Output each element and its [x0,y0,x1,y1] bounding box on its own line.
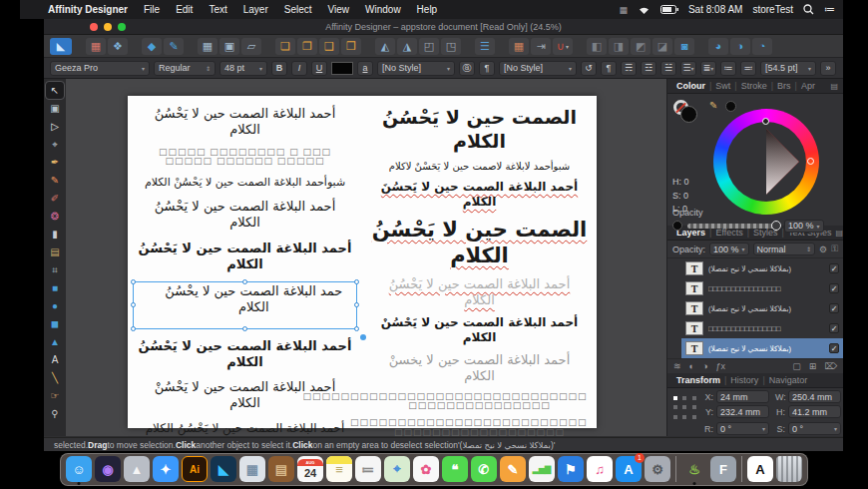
title-bar[interactable]: Affinity Designer – appstore document [R… [44,19,843,35]
dock-item-numbers[interactable]: ▂▅▇ [529,456,555,482]
fill-stroke-selector[interactable] [673,100,703,126]
menu-item-edit[interactable]: Edit [168,4,201,15]
rounded-rectangle-tool[interactable]: ◼ [46,315,64,332]
dock-item-trash[interactable] [776,456,802,482]
edit-shape-icon[interactable]: ✎ [164,38,184,55]
hue-selector-dot[interactable] [807,158,814,165]
menu-item-window[interactable]: Window [357,4,409,15]
text-sample[interactable]: أحمد البلاغة الصمت حين لا يَحْسُنْ الكلا… [371,315,587,345]
dock-item-notebook[interactable]: ▤ [268,456,294,482]
point-transform-tool[interactable]: ⌖ [46,136,64,153]
colour-picker-tool[interactable]: ╲ [46,369,64,386]
snap-grid-icon[interactable]: ▦ [509,38,529,55]
anchor-dot[interactable] [682,405,686,409]
text-sample[interactable]: الصمت حين لا يَحْسُنُ الكلام [371,217,587,269]
anchor-dot[interactable] [673,396,677,400]
arrange-front-icon[interactable]: ❒ [341,38,361,55]
rectangle-tool[interactable]: ■ [46,279,64,296]
align-left-icon[interactable]: ☴ [621,61,637,76]
triangle-tool[interactable]: ▲ [46,333,64,350]
justify-icon[interactable]: ☰▾ [680,61,696,76]
panel-menu-icon[interactable]: ▤ [830,82,838,91]
anchor-dot[interactable] [692,415,696,419]
character-style-icon[interactable]: a [357,61,373,76]
artboard-tool[interactable]: ▣ [46,100,64,117]
magnet-snapping-icon[interactable]: ∪▾ [553,38,573,55]
boolean-combine-icon[interactable]: ◙ [674,38,694,55]
dock-item-reminders[interactable]: ≔ [355,456,381,482]
text-sample[interactable]: أحمد البلاغة الصمت حين لا يَحسُنَ الكلام [371,180,587,210]
layer-row[interactable]: T(بملاكلا نسحي لا نيح تمصلا)✓ [681,338,843,358]
dock-item-facetime[interactable]: ✆ [471,456,497,482]
menu-item-layer[interactable]: Layer [235,4,276,15]
selection-handle[interactable] [131,326,136,331]
anchor-dot[interactable] [673,405,677,409]
selection-handle[interactable] [354,279,359,284]
reset-character-icon[interactable]: ⓐ [459,61,475,76]
bold-button[interactable]: B [271,61,287,76]
menu-item-affinity-designer[interactable]: Affinity Designer [40,4,136,15]
tab-apr[interactable]: Apr [797,81,819,91]
layer-visibility-checkbox[interactable]: ✓ [829,283,839,293]
boolean-add-icon[interactable]: ◧ [587,38,607,55]
anchor-dot[interactable] [692,396,696,400]
group-icon[interactable]: ⊞ [809,361,817,371]
text-sample[interactable]: شبوأحمد لابلاغة لاصمت حين لا يَحَسْنٌ لا… [371,161,587,174]
move-tool[interactable]: ↖ [46,82,64,99]
selection-handle[interactable] [131,302,136,307]
leading-select[interactable]: [54.5 pt]▾ [760,61,816,76]
font-style-stepper[interactable]: Regular⇕ [154,61,216,76]
menu-item-file[interactable]: File [136,4,168,15]
rotation-handle[interactable] [360,334,366,340]
insert-behind-icon[interactable]: ◰ [419,38,439,55]
pencil-tool[interactable]: ✎ [46,172,64,189]
dock-item-finder[interactable]: ☺ [66,456,92,482]
layer-visibility-checkbox[interactable]: ✓ [829,343,839,353]
dock-item-app-store[interactable]: A1 [616,456,642,482]
snap-move-icon[interactable]: ⇥ [531,38,551,55]
text-sample[interactable]: أحمد البلاغة الصمت حين لا يَحْسُنُ الكلا… [137,241,352,273]
opacity-value-select[interactable]: 100 %▾ [784,220,824,233]
insert-on-top-icon[interactable]: ◳ [441,38,461,55]
dock-item-text-document[interactable]: A [747,456,773,482]
dock-item-keynote[interactable]: ⚑ [558,456,584,482]
tab-stroke[interactable]: Stroke [737,81,771,91]
font-family-select[interactable]: Geeza Pro▾ [50,61,150,76]
selected-text-object[interactable]: حمد البلاغة الصمت حين لا يحْسُنُ الكلام [133,281,358,329]
field-value-select[interactable]: 0 °▾ [716,422,769,435]
underline-button[interactable]: U [311,61,327,76]
fill-gradient-tool[interactable]: ▮ [46,226,64,243]
text-align-icon[interactable]: ☰ [475,38,495,55]
show-paragraph-icon[interactable]: ¶ [601,61,617,76]
geometry-divide-icon[interactable]: ◔ [752,38,772,55]
layer-visibility-checkbox[interactable]: ✓ [829,263,839,273]
blend-mode-select[interactable]: Normal⇕ [753,243,816,255]
selection-handle[interactable] [131,279,136,284]
tab-swt[interactable]: Swt [711,81,734,91]
node-tool[interactable]: ▷ [46,118,64,135]
pen-tool[interactable]: ✒ [46,154,64,171]
paragraph-style-select[interactable]: [No Style]▾ [499,61,577,76]
layer-row[interactable]: T□□□□□□□□□□□□□□□□✓ [681,278,843,298]
dock-item-notes[interactable]: ≡ [326,456,352,482]
layer-visibility-checkbox[interactable]: ✓ [829,303,839,313]
dock-item-itunes[interactable]: ♫ [587,456,613,482]
layers-opacity-select[interactable]: 100 %▾ [709,243,749,255]
dock-item-messages[interactable]: ❝ [442,456,468,482]
opacity-slider[interactable] [687,224,779,229]
menu-clock[interactable]: Sat 8:08 AM [688,4,742,15]
zoom-tool[interactable]: ⚲ [46,405,64,422]
arrange-forward-icon[interactable]: ❑ [319,38,339,55]
menu-item-text[interactable]: Text [201,4,234,15]
transform-grid-icon[interactable]: ▦ [198,38,217,55]
dock-item-safari[interactable]: ✦ [153,456,179,482]
tab-brs[interactable]: Brs [773,81,795,91]
dock-item-pages[interactable]: ✎ [500,456,526,482]
dock-item-affinity-designer[interactable]: ◣ [211,456,236,482]
overflow-chevron-icon[interactable]: » [820,61,836,76]
shade-selector-dot[interactable] [762,118,769,125]
tab-navigator[interactable]: Navigator [765,375,812,385]
text-sample[interactable]: حمد البلاغة الصمت حين لا يحْسُنُ الكلام [153,283,354,316]
node-graph-icon[interactable]: ❖ [108,38,128,55]
geometry-intersect-icon[interactable]: ◑ [730,38,750,55]
